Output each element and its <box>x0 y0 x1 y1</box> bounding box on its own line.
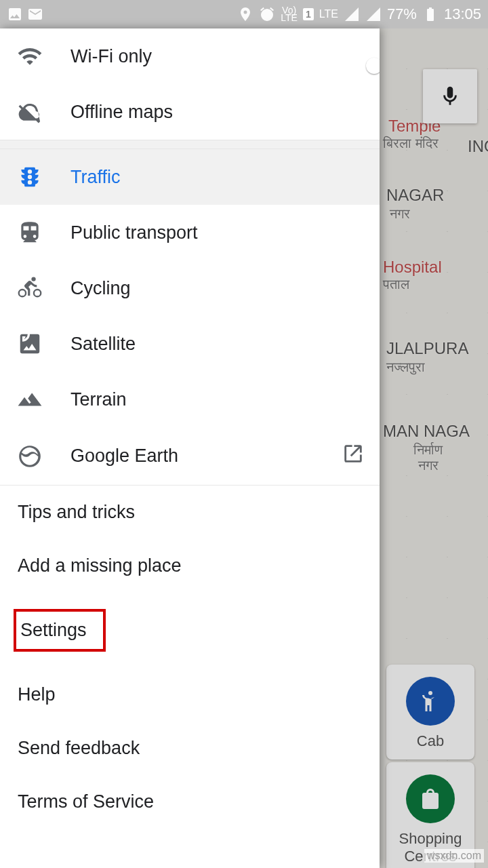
divider <box>0 140 380 149</box>
wifi-icon <box>15 43 45 69</box>
signal-icon <box>365 6 382 22</box>
drawer-item-traffic[interactable]: Traffic <box>0 149 380 205</box>
drawer-item-add-place[interactable]: Add a missing place <box>0 539 380 593</box>
clock-text: 13:05 <box>444 5 481 23</box>
drawer-item-label: Public transport <box>70 222 198 243</box>
satellite-icon <box>15 331 45 357</box>
drawer-item-help[interactable]: Help <box>0 668 380 722</box>
drawer-item-satellite[interactable]: Satellite <box>0 316 380 372</box>
sim-indicator: 1 <box>303 8 314 20</box>
annotation-highlight: Settings <box>14 609 106 652</box>
earth-icon <box>15 443 45 469</box>
location-icon <box>237 6 253 22</box>
volte-indicator: Vo) LTE <box>281 7 298 22</box>
cloud-off-icon <box>15 99 45 125</box>
gmail-icon <box>27 6 43 22</box>
drawer-item-label: Help <box>18 684 56 705</box>
battery-text: 77% <box>387 5 417 23</box>
signal-icon <box>344 6 360 22</box>
drawer-item-offline-maps[interactable]: Offline maps <box>0 84 380 140</box>
drawer-item-label: Cycling <box>70 278 131 299</box>
drawer-item-label: Google Earth <box>70 446 178 467</box>
transit-icon <box>15 220 45 245</box>
traffic-icon <box>15 164 45 190</box>
drawer-item-label: Send feedback <box>18 738 140 758</box>
bike-icon <box>15 275 45 301</box>
drawer-item-settings[interactable]: Settings <box>0 593 380 668</box>
nav-drawer: Wi-Fi only Offline maps Traffic Public t… <box>0 28 380 868</box>
watermark: wsxdn.com <box>424 849 484 863</box>
drawer-item-label: Terms of Service <box>18 791 154 812</box>
open-external-icon <box>342 442 365 470</box>
terrain-icon <box>15 387 45 412</box>
alarm-icon <box>259 6 275 22</box>
drawer-item-label: Satellite <box>70 334 136 355</box>
drawer-item-tips[interactable]: Tips and tricks <box>0 486 380 539</box>
drawer-item-label: Offline maps <box>70 102 173 123</box>
status-bar: Vo) LTE 1 LTE 77% 13:05 <box>0 0 488 28</box>
drawer-item-label: Terrain <box>70 389 127 410</box>
drawer-item-label: Tips and tricks <box>18 502 135 522</box>
drawer-item-label: Traffic <box>70 167 121 188</box>
drawer-item-cycling[interactable]: Cycling <box>0 260 380 316</box>
drawer-item-public-transport[interactable]: Public transport <box>0 205 380 260</box>
drawer-item-label: Settings <box>20 620 87 640</box>
drawer-item-terrain[interactable]: Terrain <box>0 372 380 427</box>
drawer-item-tos[interactable]: Terms of Service <box>0 775 380 829</box>
drawer-item-label: Add a missing place <box>18 555 182 576</box>
battery-icon <box>422 6 439 22</box>
drawer-item-feedback[interactable]: Send feedback <box>0 722 380 775</box>
drawer-item-wifi-only[interactable]: Wi-Fi only <box>0 28 380 84</box>
drawer-item-label: Wi-Fi only <box>70 46 152 67</box>
image-icon <box>7 6 23 22</box>
drawer-item-google-earth[interactable]: Google Earth <box>0 427 380 485</box>
network-indicator: LTE <box>319 8 338 20</box>
